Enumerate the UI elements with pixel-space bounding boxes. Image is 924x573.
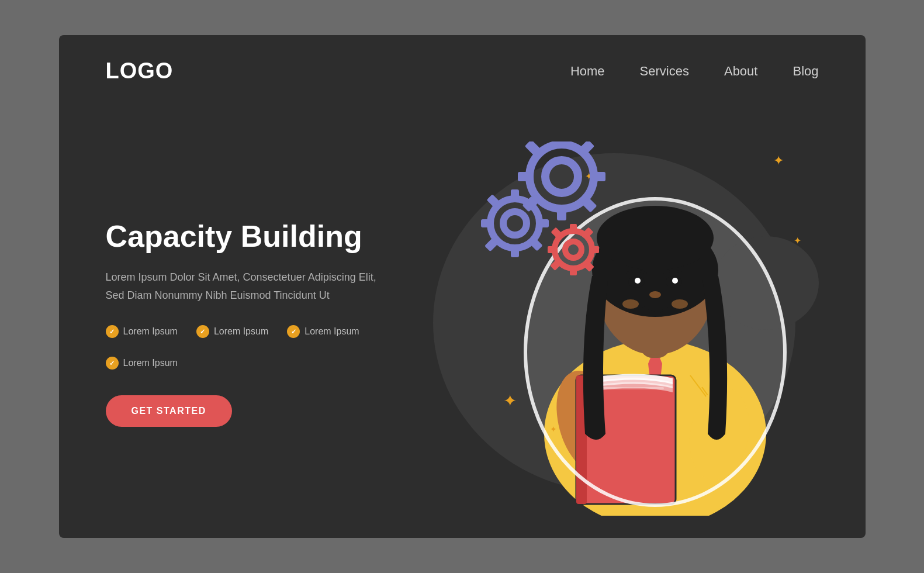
page-container: LOGO Home Services About Blog Capacity B… <box>59 35 866 538</box>
svg-point-51 <box>672 299 688 309</box>
nav-item-home[interactable]: Home <box>570 64 605 79</box>
svg-rect-4 <box>593 172 605 181</box>
sparkle-icon-5: ✦ <box>550 424 557 434</box>
check-item-3: ✓ Lorem Ipsum <box>287 325 359 338</box>
svg-rect-14 <box>538 219 549 227</box>
check-label-1: Lorem Ipsum <box>123 326 178 337</box>
nav-item-about[interactable]: About <box>724 64 758 79</box>
svg-point-48 <box>672 278 678 284</box>
gears-illustration <box>480 141 643 294</box>
check-icon-3: ✓ <box>287 325 300 338</box>
sparkle-icon-2: ✦ <box>773 153 784 168</box>
svg-rect-24 <box>591 246 599 253</box>
check-item-2: ✓ Lorem Ipsum <box>196 325 268 338</box>
main-content: Capacity Building Lorem Ipsum Dolor Sit … <box>59 107 866 538</box>
sparkle-icon-3: ✦ <box>794 235 801 246</box>
check-item-1: ✓ Lorem Ipsum <box>106 325 178 338</box>
check-icon-2: ✓ <box>196 325 209 338</box>
hero-title: Capacity Building <box>106 218 421 254</box>
svg-point-50 <box>622 299 639 309</box>
svg-rect-5 <box>518 172 531 181</box>
svg-point-49 <box>649 291 661 298</box>
hero-illustration: ✦ ✦ ✦ ✦ ✦ <box>445 118 819 527</box>
check-item-4: ✓ Lorem Ipsum <box>106 357 178 370</box>
header: LOGO Home Services About Blog <box>59 35 866 107</box>
svg-rect-22 <box>570 224 577 232</box>
check-label-2: Lorem Ipsum <box>214 326 268 337</box>
svg-rect-2 <box>557 141 566 146</box>
svg-rect-15 <box>481 219 492 227</box>
svg-point-1 <box>545 160 578 193</box>
check-icon-4: ✓ <box>106 357 119 370</box>
hero-description: Lorem Ipsum Dolor Sit Amet, Consectetuer… <box>106 268 398 304</box>
nav-item-services[interactable]: Services <box>640 64 689 79</box>
svg-rect-25 <box>548 246 556 253</box>
check-label-4: Lorem Ipsum <box>123 358 178 368</box>
svg-point-21 <box>565 241 582 258</box>
svg-point-11 <box>503 212 527 235</box>
nav-item-blog[interactable]: Blog <box>793 64 818 79</box>
hero-left: Capacity Building Lorem Ipsum Dolor Sit … <box>106 218 445 427</box>
checkmarks-list: ✓ Lorem Ipsum ✓ Lorem Ipsum ✓ Lorem Ipsu… <box>106 325 421 370</box>
check-icon-1: ✓ <box>106 325 119 338</box>
svg-rect-12 <box>511 189 519 200</box>
svg-rect-23 <box>570 267 577 275</box>
check-label-3: Lorem Ipsum <box>304 326 359 337</box>
svg-rect-3 <box>557 208 566 220</box>
get-started-button[interactable]: GET STARTED <box>106 395 232 427</box>
sparkle-icon-4: ✦ <box>503 391 517 410</box>
navigation: Home Services About Blog <box>570 64 819 79</box>
svg-rect-13 <box>511 247 519 257</box>
logo: LOGO <box>106 58 174 84</box>
